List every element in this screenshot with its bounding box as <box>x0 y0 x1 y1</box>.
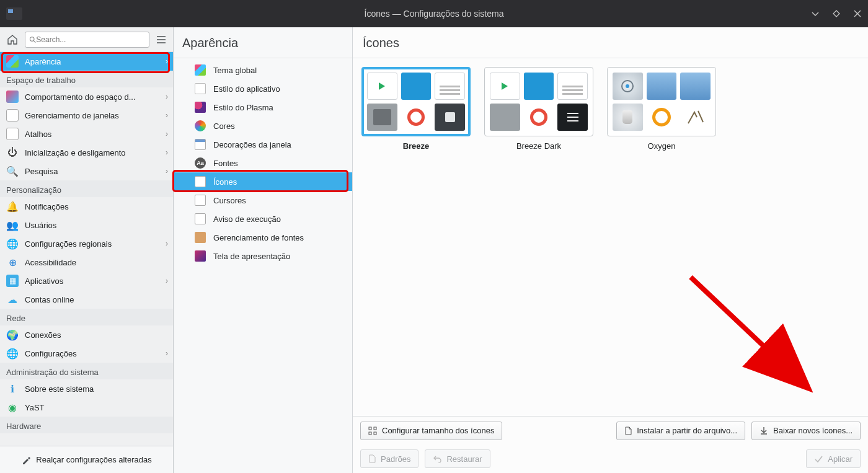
sidebar-item[interactable]: ⏻Inicialização e desligamento› <box>0 143 173 162</box>
sidebar-item-label: Conexões <box>25 330 61 340</box>
search-input-wrapper[interactable] <box>25 32 149 48</box>
highlight-changes-row[interactable]: Realçar configurações alteradas <box>0 446 173 473</box>
sidebar-item[interactable]: Gerenciamento de janelas› <box>0 106 173 125</box>
highlight-icon <box>21 455 31 465</box>
main-panel: Ícones BreezeBreeze DarkOxygen Configura… <box>353 27 868 473</box>
search-input[interactable] <box>36 35 145 44</box>
sub-sidebar-item[interactable]: Estilo do aplicativo <box>174 79 352 98</box>
sidebar-item-icon: ☁ <box>6 293 19 306</box>
sub-sidebar-item[interactable]: Aviso de execução <box>174 210 352 228</box>
sub-sidebar-item[interactable]: Cores <box>174 117 352 135</box>
sidebar-item-label: Acessibilidade <box>25 258 76 267</box>
chevron-right-icon: › <box>166 239 168 248</box>
sub-sidebar-item-icon: Aa <box>195 157 206 169</box>
sub-sidebar-item[interactable]: Tela de apresentação <box>174 247 352 265</box>
chevron-right-icon: › <box>166 276 168 285</box>
sub-sidebar-item[interactable]: Estilo do Plasma <box>174 98 352 117</box>
primary-sidebar: Aparência›Espaço de trabalhoComportament… <box>0 27 174 473</box>
icon-theme-name: Breeze Dark <box>516 141 561 151</box>
sidebar-item[interactable]: Aparência› <box>0 52 173 71</box>
svg-point-0 <box>30 37 34 41</box>
download-new-icons-button[interactable]: Baixar novos ícones... <box>751 422 861 440</box>
chevron-right-icon: › <box>166 92 168 101</box>
home-button[interactable] <box>4 31 21 48</box>
sidebar-item-label: Comportamento do espaço d... <box>25 92 136 102</box>
defaults-button[interactable]: Padrões <box>360 449 418 468</box>
secondary-sidebar-items: Tema globalEstilo do aplicativoEstilo do… <box>174 58 352 265</box>
sidebar-item-icon: ℹ <box>6 382 19 395</box>
sub-sidebar-item-icon <box>195 195 206 206</box>
sub-sidebar-item-icon <box>195 232 206 243</box>
defaults-label: Padrões <box>381 454 410 464</box>
chevron-right-icon: › <box>166 57 168 66</box>
minimize-button[interactable] <box>810 8 821 19</box>
sidebar-item[interactable]: ▦Aplicativos› <box>0 272 173 290</box>
sidebar-item[interactable]: Comportamento do espaço d...› <box>0 87 173 106</box>
icon-theme-card[interactable]: Oxygen <box>607 67 716 151</box>
sidebar-item[interactable]: ◉YaST <box>0 398 173 417</box>
sidebar-item[interactable]: ☁Contas online <box>0 290 173 309</box>
sidebar-item[interactable]: 🌍Conexões <box>0 325 173 344</box>
svg-line-2 <box>691 277 802 382</box>
chevron-right-icon: › <box>166 148 168 157</box>
sub-sidebar-item[interactable]: Decorações da janela <box>174 135 352 154</box>
sidebar-scroll[interactable]: Aparência›Espaço de trabalhoComportament… <box>0 52 173 446</box>
sub-sidebar-item[interactable]: Tema global <box>174 61 352 79</box>
search-icon <box>29 36 36 43</box>
sidebar-item-icon: 🌐 <box>6 347 19 360</box>
icon-theme-thumbnail <box>361 67 471 136</box>
icon-theme-name: Breeze <box>403 141 430 151</box>
theme-preview-icon <box>367 104 397 131</box>
highlight-changes-label: Realçar configurações alteradas <box>36 455 151 464</box>
sidebar-item[interactable]: 👥Usuários <box>0 216 173 234</box>
chevron-right-icon: › <box>166 167 168 175</box>
sidebar-item[interactable]: ℹSobre este sistema <box>0 379 173 398</box>
maximize-button[interactable] <box>831 8 842 19</box>
app-icon <box>6 7 22 20</box>
sidebar-item-icon: ◉ <box>6 401 19 413</box>
theme-preview-icon <box>435 104 465 131</box>
category-header: Rede <box>0 309 173 325</box>
file-icon <box>624 427 632 435</box>
theme-preview-icon <box>401 104 432 131</box>
close-button[interactable] <box>852 8 863 19</box>
sub-sidebar-item[interactable]: Ícones <box>174 172 352 191</box>
download-icon <box>760 427 768 435</box>
sub-sidebar-item-label: Cursores <box>213 196 246 205</box>
sub-sidebar-item-label: Fontes <box>213 159 238 168</box>
sub-sidebar-item-label: Aviso de execução <box>213 214 281 224</box>
sidebar-item-icon: ▦ <box>6 275 19 287</box>
restore-button[interactable]: Restaurar <box>425 449 490 468</box>
sub-sidebar-item[interactable]: AaFontes <box>174 154 352 172</box>
sub-sidebar-item[interactable]: Cursores <box>174 191 352 210</box>
sidebar-item-icon <box>6 109 19 122</box>
theme-preview-icon <box>367 73 397 100</box>
menu-button[interactable] <box>153 32 169 48</box>
sidebar-item-label: Usuários <box>25 221 56 230</box>
sidebar-item[interactable]: ⊕Acessibilidade <box>0 253 173 272</box>
sub-sidebar-item-label: Estilo do aplicativo <box>213 84 280 94</box>
apply-button[interactable]: Aplicar <box>806 449 861 468</box>
sidebar-item-icon <box>6 128 19 140</box>
sidebar-item[interactable]: Atalhos› <box>0 125 173 143</box>
sidebar-item-label: Configurações <box>25 349 77 358</box>
category-header: Hardware <box>0 417 173 433</box>
svg-line-1 <box>34 40 36 42</box>
sub-sidebar-item[interactable]: Gerenciamento de fontes <box>174 228 352 247</box>
icon-theme-card[interactable]: Breeze <box>361 67 471 151</box>
sidebar-item[interactable]: 🌐Configurações› <box>0 344 173 363</box>
theme-preview-icon <box>490 73 520 100</box>
sidebar-item[interactable]: 🔍Pesquisa› <box>0 162 173 180</box>
theme-preview-icon <box>557 73 588 100</box>
install-from-file-button[interactable]: Instalar a partir do arquivo... <box>616 422 745 440</box>
sidebar-item[interactable]: 🌐Configurações regionais› <box>0 234 173 253</box>
sidebar-item[interactable]: 🔔Notificações <box>0 197 173 216</box>
icon-theme-card[interactable]: Breeze Dark <box>484 67 593 151</box>
configure-icon-sizes-button[interactable]: Configurar tamanho dos ícones <box>360 422 502 440</box>
sub-sidebar-item-icon <box>195 102 206 113</box>
sidebar-item-label: Configurações regionais <box>25 239 112 249</box>
icon-theme-thumbnail <box>484 67 593 136</box>
titlebar: Ícones — Configurações do sistema <box>0 0 868 27</box>
sub-sidebar-item-label: Tela de apresentação <box>213 252 290 261</box>
main-title: Ícones <box>353 27 868 58</box>
